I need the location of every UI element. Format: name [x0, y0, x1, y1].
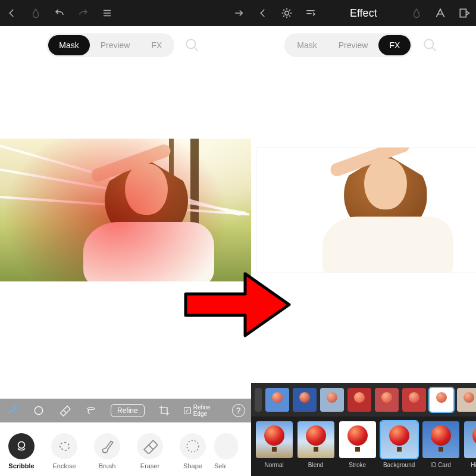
seg-fx[interactable]: FX — [140, 35, 173, 55]
lasso-icon[interactable] — [84, 404, 98, 417]
effect-label: Stroke — [349, 462, 366, 468]
effect-thumb-e6[interactable] — [402, 388, 426, 412]
tool-brush[interactable]: Brush — [86, 433, 129, 469]
svg-line-18 — [283, 15, 284, 17]
svg-point-10 — [284, 11, 289, 15]
help-icon[interactable]: ? — [232, 404, 245, 417]
svg-point-7 — [35, 406, 42, 414]
seg-fx[interactable]: FX — [378, 35, 411, 55]
left-photo — [0, 139, 251, 281]
tool-shape[interactable]: Shape — [171, 433, 214, 469]
svg-line-17 — [289, 10, 290, 11]
right-topbar: Effect — [251, 0, 476, 26]
brightness-icon[interactable] — [275, 0, 299, 26]
svg-line-24 — [433, 47, 437, 51]
page-title: Effect — [322, 7, 405, 20]
drop-icon[interactable] — [24, 0, 48, 26]
effect-label: Background — [383, 462, 415, 468]
scribble-keep-icon[interactable] — [6, 404, 19, 417]
drop-icon[interactable] — [405, 0, 428, 26]
scribble-remove-icon[interactable] — [32, 404, 45, 417]
svg-line-5 — [195, 47, 199, 51]
svg-line-16 — [289, 15, 290, 17]
eraser-small-icon[interactable] — [58, 404, 71, 417]
back-icon[interactable] — [251, 0, 275, 26]
effect-thumb-e1[interactable] — [265, 388, 289, 412]
zoom-icon[interactable] — [180, 33, 204, 57]
seg-preview[interactable]: Preview — [90, 35, 141, 55]
tool-scribble[interactable]: Scribble — [0, 433, 43, 469]
effect-blend[interactable]: Blend — [298, 421, 334, 468]
svg-point-9 — [187, 440, 199, 452]
effects-small-strip — [251, 383, 476, 416]
svg-point-4 — [187, 39, 196, 48]
effect-thumb-e3[interactable] — [320, 388, 344, 412]
text-style-icon[interactable] — [428, 0, 452, 26]
svg-point-8 — [18, 441, 25, 448]
tool-select[interactable]: Select — [214, 433, 238, 469]
right-seg-row: Mask Preview FX — [251, 26, 476, 64]
tool-enclose[interactable]: Enclose — [43, 433, 86, 469]
svg-point-6 — [14, 406, 16, 408]
effect-idcard[interactable]: ID Card — [422, 421, 459, 468]
undo-icon[interactable] — [48, 0, 71, 26]
left-tools: Scribble Enclose Brush Eraser Shape Sele… — [0, 422, 251, 476]
left-canvas[interactable] — [0, 64, 251, 399]
redo-icon[interactable] — [71, 0, 95, 26]
zoom-icon[interactable] — [418, 33, 442, 57]
adjust-icon[interactable] — [255, 388, 262, 412]
effect-background[interactable]: Background — [381, 421, 418, 468]
back-icon[interactable] — [0, 0, 24, 26]
left-seg: Mask Preview FX — [46, 33, 174, 57]
effect-label: Blend — [308, 462, 324, 468]
right-seg: Mask Preview FX — [284, 33, 412, 57]
forward-icon[interactable] — [227, 0, 251, 26]
export-icon[interactable] — [452, 0, 476, 26]
svg-line-15 — [283, 10, 284, 11]
seg-mask[interactable]: Mask — [48, 35, 89, 55]
refine-edge-checkbox[interactable]: Refine Edge — [184, 404, 211, 417]
seg-preview[interactable]: Preview — [328, 35, 379, 55]
seg-mask[interactable]: Mask — [286, 35, 327, 55]
effect-thumb-e4[interactable] — [347, 388, 371, 412]
effect-highlight[interactable]: Highlight — [464, 421, 476, 468]
effects-big-strip: NormalBlendStrokeBackgroundID CardHighli… — [251, 416, 476, 476]
effect-thumb-e8[interactable] — [457, 388, 476, 412]
left-topbar — [0, 0, 251, 26]
effect-normal[interactable]: Normal — [256, 421, 293, 468]
svg-rect-22 — [460, 9, 466, 17]
effect-thumb-e7[interactable] — [430, 388, 453, 412]
right-photo — [257, 148, 476, 273]
sort-icon[interactable] — [299, 0, 322, 26]
left-seg-row: Mask Preview FX — [0, 26, 251, 64]
svg-point-23 — [425, 39, 434, 48]
crop-icon[interactable] — [158, 404, 171, 417]
effect-stroke[interactable]: Stroke — [339, 421, 376, 468]
left-tool-options: Refine Refine Edge ? — [0, 399, 251, 422]
refine-button[interactable]: Refine — [111, 404, 145, 417]
effect-label: Normal — [264, 462, 283, 468]
effect-label: Highlight — [471, 462, 476, 468]
effect-thumb-e2[interactable] — [293, 388, 317, 412]
effect-label: ID Card — [430, 462, 450, 468]
tool-eraser[interactable]: Eraser — [129, 433, 171, 469]
list-icon[interactable] — [95, 0, 119, 26]
effect-thumb-e5[interactable] — [375, 388, 399, 412]
